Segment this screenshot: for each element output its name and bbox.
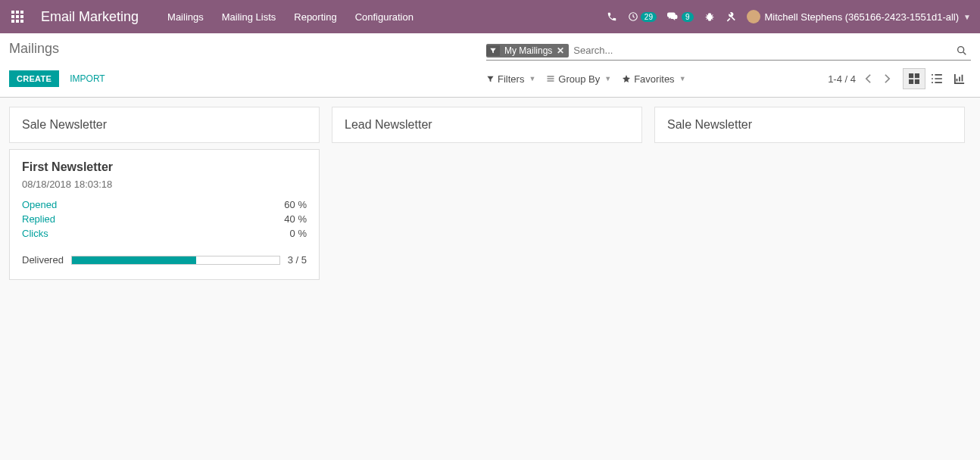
- caret-down-icon: ▼: [529, 75, 535, 82]
- nav-item-configuration[interactable]: Configuration: [348, 7, 421, 27]
- search-facet-my-mailings[interactable]: My Mailings ✕: [486, 44, 569, 58]
- view-switcher: [903, 68, 971, 89]
- filter-icon: [486, 45, 500, 56]
- messages-badge: 9: [682, 12, 694, 22]
- import-button[interactable]: IMPORT: [65, 70, 109, 88]
- kanban-card[interactable]: First Newsletter 08/18/2018 18:03:18 Ope…: [9, 149, 320, 280]
- apps-icon[interactable]: [6, 5, 29, 28]
- user-name-label: Mitchell Stephens (365166-2423-1551d1-al…: [765, 11, 960, 23]
- nav-right: 29 9 Mitchell Stephens (365166-2423-1551…: [607, 10, 974, 23]
- card-title: First Newsletter: [22, 160, 307, 174]
- groupby-label: Group By: [558, 73, 600, 85]
- bug-icon[interactable]: [704, 11, 715, 22]
- pager-next-icon[interactable]: [881, 70, 894, 87]
- control-panel: Mailings My Mailings ✕ CREATE IMPORT: [0, 33, 980, 98]
- caret-down-icon: ▼: [963, 13, 971, 21]
- svg-rect-11: [909, 73, 913, 78]
- caret-down-icon: ▼: [679, 75, 686, 82]
- kanban-column-header[interactable]: Sale Newsletter: [9, 107, 320, 143]
- pager-prev-icon[interactable]: [862, 70, 875, 87]
- app-brand[interactable]: Email Marketing: [41, 9, 139, 25]
- view-kanban-button[interactable]: [903, 68, 925, 89]
- kanban-column-header[interactable]: Lead Newsletter: [332, 107, 642, 143]
- svg-rect-3: [11, 15, 14, 18]
- svg-rect-4: [16, 15, 19, 18]
- messages-icon[interactable]: 9: [667, 11, 694, 22]
- activities-badge: 29: [641, 12, 657, 22]
- svg-rect-7: [16, 20, 19, 23]
- activities-icon[interactable]: 29: [628, 11, 657, 22]
- svg-rect-14: [915, 79, 919, 84]
- replied-label[interactable]: Replied: [22, 213, 55, 225]
- filters-dropdown[interactable]: Filters ▼: [486, 73, 535, 85]
- caret-down-icon: ▼: [604, 75, 611, 82]
- delivered-progress-bar: [72, 256, 196, 264]
- clicks-label[interactable]: Clicks: [22, 228, 48, 239]
- create-button[interactable]: CREATE: [9, 70, 59, 87]
- search-bar: My Mailings ✕: [486, 41, 971, 61]
- filters-label: Filters: [498, 73, 524, 85]
- groupby-dropdown[interactable]: Group By ▼: [546, 73, 611, 85]
- kanban-column: Sale Newsletter: [654, 107, 965, 149]
- view-graph-button[interactable]: [948, 68, 971, 89]
- svg-rect-6: [11, 20, 14, 23]
- svg-rect-2: [20, 11, 23, 14]
- replied-value: 40 %: [284, 213, 307, 225]
- svg-point-10: [958, 46, 964, 52]
- pager-value[interactable]: 1-4 / 4: [828, 73, 856, 85]
- kanban-view: Sale Newsletter First Newsletter 08/18/2…: [0, 98, 980, 289]
- delivered-progress: [71, 256, 280, 265]
- user-menu[interactable]: Mitchell Stephens (365166-2423-1551d1-al…: [747, 10, 971, 23]
- delivered-value: 3 / 5: [288, 254, 307, 266]
- svg-rect-0: [11, 11, 14, 14]
- kanban-column: Lead Newsletter: [332, 107, 642, 149]
- avatar: [747, 10, 760, 23]
- card-date: 08/18/2018 18:03:18: [22, 179, 307, 190]
- svg-rect-8: [20, 20, 23, 23]
- kanban-column-header[interactable]: Sale Newsletter: [654, 107, 965, 143]
- search-input[interactable]: [569, 43, 953, 58]
- nav-item-mailings[interactable]: Mailings: [160, 7, 211, 27]
- phone-icon[interactable]: [607, 11, 617, 22]
- svg-rect-13: [909, 79, 913, 84]
- main-navbar: Email Marketing Mailings Mailing Lists R…: [0, 0, 980, 33]
- delivered-label: Delivered: [22, 254, 64, 266]
- opened-value: 60 %: [284, 199, 307, 210]
- favorites-dropdown[interactable]: Favorites ▼: [622, 73, 685, 85]
- search-zoom-icon[interactable]: [953, 45, 971, 57]
- nav-menu: Mailings Mailing Lists Reporting Configu…: [160, 7, 421, 27]
- nav-item-mailing-lists[interactable]: Mailing Lists: [214, 7, 284, 27]
- facet-remove-icon[interactable]: ✕: [555, 45, 566, 56]
- page-title: Mailings: [9, 41, 59, 57]
- svg-rect-1: [16, 11, 19, 14]
- clicks-value: 0 %: [290, 228, 307, 239]
- view-list-button[interactable]: [925, 68, 948, 89]
- search-facet-label: My Mailings: [504, 45, 552, 56]
- favorites-label: Favorites: [634, 73, 674, 85]
- tools-icon[interactable]: [726, 11, 736, 22]
- pager: 1-4 / 4: [828, 70, 894, 87]
- svg-rect-12: [915, 73, 919, 78]
- opened-label[interactable]: Opened: [22, 199, 57, 210]
- nav-item-reporting[interactable]: Reporting: [286, 7, 344, 27]
- kanban-column: Sale Newsletter First Newsletter 08/18/2…: [9, 107, 320, 280]
- svg-rect-5: [20, 15, 23, 18]
